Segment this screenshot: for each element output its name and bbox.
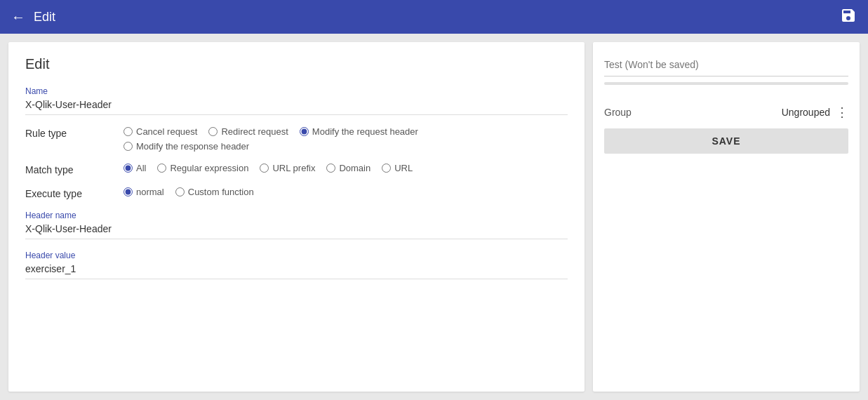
- header-name-label: Header name: [25, 211, 568, 220]
- header-value-label: Header value: [25, 251, 568, 260]
- topbar-title: Edit: [34, 10, 55, 25]
- radio-normal-input[interactable]: [123, 187, 133, 196]
- radio-redirect-label: Redirect request: [221, 126, 288, 137]
- group-label: Group: [604, 107, 632, 118]
- execute-type-row: Execute type normal Custom function: [25, 187, 568, 199]
- left-panel: Edit Name X-Qlik-User-Header Rule type C…: [8, 42, 585, 392]
- radio-modify-request-header[interactable]: Modify the request header: [300, 126, 418, 137]
- radio-domain-label: Domain: [339, 163, 370, 173]
- save-button[interactable]: SAVE: [604, 128, 848, 154]
- group-row: Group Ungrouped ⋮: [604, 96, 848, 128]
- header-name-field-group: Header name X-Qlik-User-Header: [25, 211, 568, 239]
- test-input[interactable]: [604, 53, 848, 76]
- radio-normal[interactable]: normal: [123, 187, 164, 197]
- more-options-icon[interactable]: ⋮: [836, 105, 848, 120]
- radio-domain[interactable]: Domain: [326, 163, 370, 173]
- radio-modify-res-input[interactable]: [123, 142, 133, 151]
- back-button[interactable]: ←: [11, 9, 25, 25]
- radio-modify-req-input[interactable]: [300, 127, 309, 136]
- name-value[interactable]: X-Qlik-User-Header: [25, 99, 568, 115]
- match-type-row: Match type All Regular expression URL pr…: [25, 163, 568, 175]
- radio-custom-input[interactable]: [175, 187, 185, 196]
- rule-type-options: Cancel request Redirect request Modify t…: [123, 126, 568, 152]
- radio-all-label: All: [136, 163, 146, 173]
- radio-regex-input[interactable]: [157, 164, 166, 173]
- header-value-value[interactable]: exerciser_1: [25, 263, 568, 279]
- topbar-left: ← Edit: [11, 9, 55, 25]
- radio-url[interactable]: URL: [382, 163, 413, 173]
- group-value: Ungrouped: [782, 107, 830, 118]
- radio-cancel-request[interactable]: Cancel request: [123, 126, 197, 137]
- topbar-save-icon[interactable]: [840, 7, 857, 27]
- rule-type-label: Rule type: [25, 126, 123, 139]
- radio-url-input[interactable]: [382, 164, 391, 173]
- radio-url-prefix[interactable]: URL prefix: [260, 163, 315, 173]
- right-panel: Group Ungrouped ⋮ SAVE: [593, 42, 860, 392]
- radio-url-prefix-label: URL prefix: [272, 163, 315, 173]
- match-type-options: All Regular expression URL prefix Domain…: [123, 163, 568, 173]
- radio-redirect-input[interactable]: [208, 127, 218, 136]
- radio-all-input[interactable]: [123, 164, 133, 173]
- radio-custom-function[interactable]: Custom function: [175, 187, 254, 197]
- main-layout: Edit Name X-Qlik-User-Header Rule type C…: [0, 34, 868, 400]
- name-field-group: Name X-Qlik-User-Header: [25, 86, 568, 115]
- radio-redirect-request[interactable]: Redirect request: [208, 126, 288, 137]
- radio-modify-response-header[interactable]: Modify the response header: [123, 141, 249, 152]
- radio-regex-label: Regular expression: [170, 163, 248, 173]
- radio-custom-label: Custom function: [188, 187, 254, 197]
- radio-regex[interactable]: Regular expression: [157, 163, 248, 173]
- radio-modify-res-label: Modify the response header: [136, 141, 249, 152]
- match-type-label: Match type: [25, 163, 123, 175]
- group-value-container: Ungrouped ⋮: [782, 105, 848, 120]
- radio-modify-req-label: Modify the request header: [312, 126, 418, 137]
- radio-cancel-input[interactable]: [123, 127, 133, 136]
- radio-cancel-label: Cancel request: [136, 126, 197, 137]
- page-title: Edit: [25, 56, 568, 72]
- rule-type-row-2: Modify the response header: [123, 141, 568, 152]
- radio-url-prefix-input[interactable]: [260, 164, 269, 173]
- header-name-value[interactable]: X-Qlik-User-Header: [25, 223, 568, 239]
- test-progress-bar: [604, 82, 848, 85]
- name-label: Name: [25, 86, 568, 96]
- radio-all[interactable]: All: [123, 163, 146, 173]
- topbar: ← Edit: [0, 0, 868, 34]
- rule-type-row: Rule type Cancel request Redirect reques…: [25, 126, 568, 152]
- execute-type-label: Execute type: [25, 187, 123, 199]
- header-value-field-group: Header value exerciser_1: [25, 251, 568, 279]
- rule-type-row-1: Cancel request Redirect request Modify t…: [123, 126, 568, 137]
- execute-type-options: normal Custom function: [123, 187, 568, 197]
- radio-url-label: URL: [394, 163, 413, 173]
- radio-normal-label: normal: [136, 187, 164, 197]
- radio-domain-input[interactable]: [326, 164, 335, 173]
